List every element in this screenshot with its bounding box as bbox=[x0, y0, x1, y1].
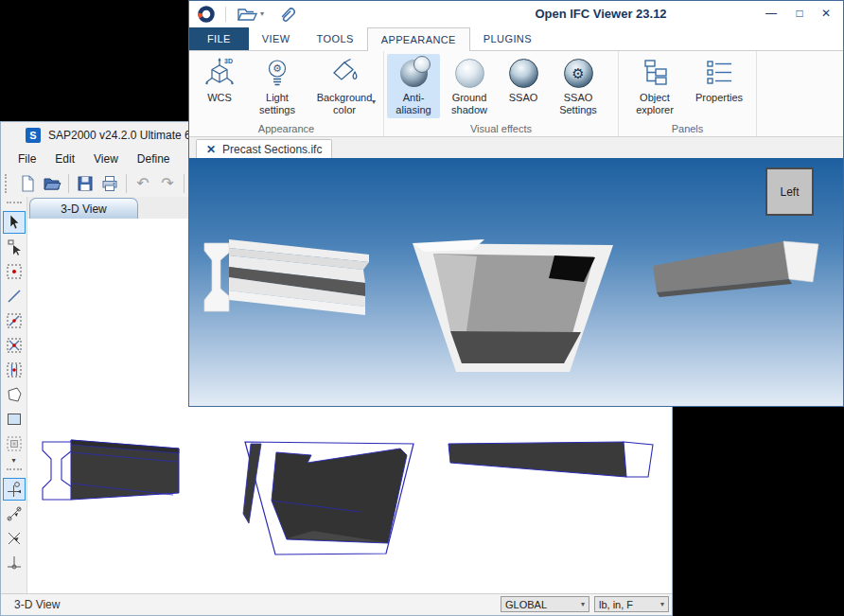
ribbon-item-label: Light settings bbox=[259, 92, 295, 116]
statusbar-view-label: 3-D View bbox=[14, 598, 60, 611]
ribbon-item-label: WCS bbox=[207, 92, 232, 104]
select-pointer-icon bbox=[6, 214, 23, 231]
sap2000-app-icon: S bbox=[26, 128, 41, 143]
list-properties-icon bbox=[704, 59, 734, 87]
draw-rect-area-icon bbox=[6, 411, 23, 428]
toolbar-separator bbox=[68, 174, 69, 193]
chevron-down-icon[interactable]: ▾ bbox=[260, 9, 264, 18]
model-u-girder-wireframe[interactable] bbox=[243, 442, 413, 554]
sap2000-statusbar: 3-D View GLOBAL ▾ lb, in, F ▾ bbox=[1, 593, 672, 615]
draw-rect-area-button[interactable] bbox=[3, 408, 26, 431]
new-file-button[interactable] bbox=[16, 172, 39, 195]
open-file-button[interactable]: ▾ bbox=[236, 4, 264, 25]
save-button[interactable] bbox=[74, 172, 97, 195]
dock-grip[interactable] bbox=[7, 468, 22, 475]
redo-button[interactable]: ↷ bbox=[156, 172, 179, 195]
open-file-button[interactable] bbox=[41, 172, 63, 195]
quick-draw-frame-button[interactable] bbox=[3, 309, 26, 332]
tab-file[interactable]: FILE bbox=[189, 27, 249, 50]
close-tab-icon[interactable]: ✕ bbox=[206, 143, 216, 156]
ssao-settings-button[interactable]: ⚙ SSAO Settings bbox=[548, 54, 608, 118]
snap-to-joints-button[interactable] bbox=[3, 478, 26, 501]
toolbar-grip[interactable] bbox=[5, 174, 10, 193]
gear-icon: ⚙ bbox=[571, 66, 584, 80]
attach-link-button[interactable] bbox=[277, 4, 298, 25]
print-button[interactable] bbox=[98, 172, 121, 195]
snap-to-perpendicular-icon bbox=[6, 554, 23, 572]
menu-file[interactable]: File bbox=[9, 150, 45, 167]
wcs-button[interactable]: 3D WCS bbox=[191, 54, 248, 118]
sphere-dark-icon bbox=[509, 59, 538, 88]
properties-button[interactable]: Properties bbox=[687, 54, 751, 118]
undo-button[interactable]: ↶ bbox=[132, 172, 154, 195]
draw-frame-icon bbox=[6, 288, 23, 305]
close-button[interactable]: ✕ bbox=[817, 5, 835, 22]
quick-draw-braces-button[interactable] bbox=[3, 334, 26, 357]
document-tabbar: ✕ Precast Sections.ifc bbox=[189, 137, 843, 159]
snap-to-midpoints-button[interactable] bbox=[3, 502, 26, 525]
quick-draw-braces-icon bbox=[6, 337, 23, 354]
model-slab[interactable] bbox=[653, 241, 818, 297]
model-i-girder-wireframe[interactable] bbox=[43, 440, 179, 500]
model-u-girder[interactable] bbox=[413, 239, 613, 372]
coordinate-system-value: GLOBAL bbox=[505, 599, 547, 610]
light-settings-button[interactable]: ⚙ Light settings bbox=[248, 54, 307, 118]
menu-define[interactable]: Define bbox=[128, 150, 180, 167]
ribbon-item-label: Background color bbox=[317, 92, 373, 116]
quick-draw-frame-icon bbox=[6, 312, 23, 329]
ribbon-item-label: Properties bbox=[695, 92, 743, 104]
tab-tools[interactable]: TOOLS bbox=[304, 27, 367, 50]
model-slab-wireframe[interactable] bbox=[448, 442, 653, 477]
draw-frame-button[interactable] bbox=[3, 285, 26, 308]
dock-grip[interactable] bbox=[7, 202, 22, 208]
ssao-button[interactable]: SSAO bbox=[499, 54, 548, 118]
quick-draw-area-icon bbox=[6, 435, 23, 452]
model-i-girder[interactable] bbox=[204, 239, 369, 315]
maximize-button[interactable]: □ bbox=[790, 5, 809, 22]
ribbon-item-label: Object explorer bbox=[636, 92, 674, 116]
snap-to-intersections-icon bbox=[6, 530, 23, 547]
quick-draw-secondary-beams-button[interactable] bbox=[3, 359, 26, 381]
anti-aliasing-button[interactable]: Anti- aliasing bbox=[387, 54, 440, 118]
tab-appearance[interactable]: APPEARANCE bbox=[367, 27, 470, 51]
menu-view[interactable]: View bbox=[84, 150, 128, 167]
sap2000-side-toolbar: ▾ bbox=[1, 197, 27, 594]
redo-icon: ↷ bbox=[161, 174, 173, 193]
draw-joint-icon bbox=[6, 263, 23, 280]
ground-shadow-button[interactable]: Ground shadow bbox=[440, 54, 499, 118]
document-tab-label: Precast Sections.ifc bbox=[222, 143, 322, 156]
draw-joint-button[interactable] bbox=[3, 260, 26, 283]
light-bulb-gear-icon: ⚙ bbox=[260, 57, 294, 89]
tab-3d-view[interactable]: 3-D View bbox=[29, 198, 138, 219]
background-color-button[interactable]: Background color ▾ bbox=[307, 54, 382, 118]
undo-icon: ↶ bbox=[136, 174, 149, 193]
ribbon-group-label: Visual effects bbox=[384, 123, 618, 134]
minimize-button[interactable]: — bbox=[762, 5, 781, 22]
tab-plugins[interactable]: PLUGINS bbox=[470, 27, 545, 50]
ifc-titlebar[interactable]: ▾ Open IFC Viewer 23.12 — □ ✕ bbox=[189, 1, 843, 26]
document-tab-precast-sections[interactable]: ✕ Precast Sections.ifc bbox=[196, 139, 332, 159]
tab-view[interactable]: VIEW bbox=[249, 27, 304, 50]
toolbar-separator bbox=[184, 174, 185, 193]
view-cube-left-button[interactable]: Left bbox=[765, 167, 814, 216]
quick-draw-area-button[interactable] bbox=[3, 432, 26, 455]
select-pointer-button[interactable] bbox=[3, 211, 26, 234]
ribbon: 3D WCS ⚙ Light s bbox=[189, 51, 843, 137]
snap-to-midpoints-icon bbox=[6, 505, 23, 522]
chevron-down-icon[interactable]: ▾ bbox=[372, 97, 376, 106]
reshape-pointer-button[interactable] bbox=[3, 236, 26, 258]
ifc-3d-viewport[interactable]: Left bbox=[189, 158, 843, 406]
object-explorer-button[interactable]: Object explorer bbox=[623, 54, 687, 118]
snap-to-intersections-button[interactable] bbox=[3, 527, 26, 550]
paint-bucket-icon bbox=[327, 57, 361, 89]
ribbon-group-label: Appearance bbox=[189, 123, 383, 134]
draw-poly-area-button[interactable] bbox=[3, 383, 26, 406]
dock-overflow-caret[interactable]: ▾ bbox=[11, 456, 15, 466]
sphere-antialias-icon bbox=[400, 60, 428, 87]
menu-edit[interactable]: Edit bbox=[45, 150, 84, 167]
snap-to-perpendicular-button[interactable] bbox=[3, 552, 26, 574]
ribbon-empty-area bbox=[757, 51, 843, 136]
desktop: S SAP2000 v24.2.0 Ultimate 64-bit File E… bbox=[0, 0, 844, 616]
units-select[interactable]: lb, in, F ▾ bbox=[594, 596, 669, 612]
coordinate-system-select[interactable]: GLOBAL ▾ bbox=[501, 596, 589, 612]
